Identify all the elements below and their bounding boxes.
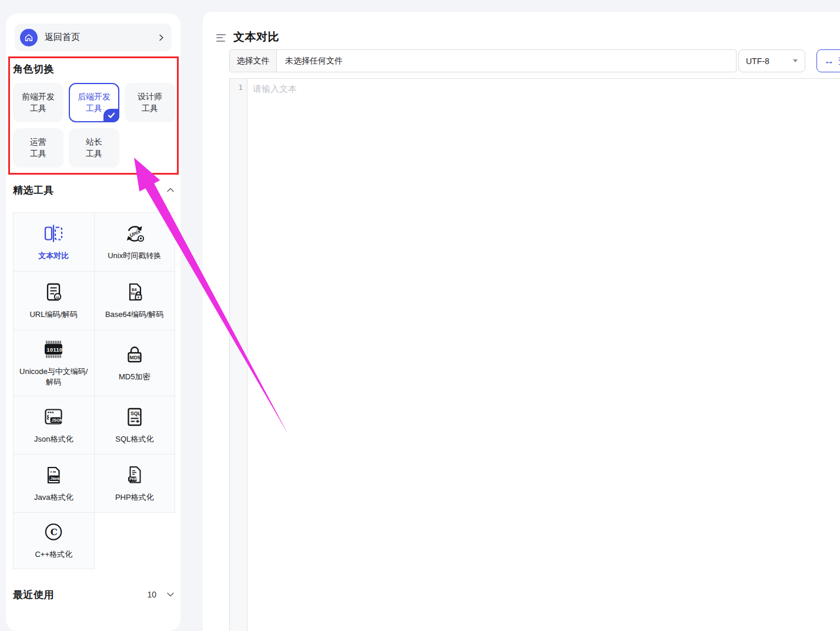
java-format-icon: Java	[43, 465, 63, 486]
recent-section-header: 最近使用 10	[13, 587, 176, 602]
svg-text:MD5: MD5	[129, 355, 140, 361]
md5-lock-icon: MD5	[125, 344, 145, 365]
tool-cell-5[interactable]: MD5MD5加密	[95, 330, 176, 396]
tool-label: Unicode与中文编码/解码	[18, 366, 89, 387]
role-label-line1: 站长	[86, 136, 102, 148]
tool-label: URL编码/解码	[29, 309, 78, 320]
chevron-down-icon[interactable]	[166, 590, 175, 599]
editor-placeholder: 请输入文本	[253, 84, 297, 94]
file-input[interactable]: 选择文件 未选择任何文件	[229, 49, 737, 72]
main-panel: 文本对比 选择文件 未选择任何文件 UTF-8 ↔ 交 1 请输入文本	[203, 12, 840, 631]
json-format-icon: JSON	[43, 406, 64, 428]
tool-cell-8[interactable]: JavaJava格式化	[14, 455, 95, 513]
featured-count: 1	[152, 185, 156, 195]
page-title: 文本对比	[233, 29, 279, 45]
role-label-line2: 工具	[142, 103, 158, 115]
featured-tools-grid: 文本对比UnixUnix时间戳转换uURL编码/解码64BaseBase64编码…	[13, 212, 175, 569]
text-editor[interactable]: 1 请输入文本	[229, 78, 840, 631]
role-label-line2: 工具	[30, 148, 46, 160]
choose-file-button[interactable]: 选择文件	[230, 50, 277, 72]
role-label-line1: 后端开发	[78, 91, 111, 103]
chevron-up-icon[interactable]	[166, 186, 175, 194]
tool-cell-3[interactable]: 64BaseBase64编码/解码	[95, 272, 176, 330]
role-button-2[interactable]: 设计师工具	[125, 83, 175, 122]
collapse-sidebar-icon[interactable]	[216, 33, 226, 42]
tool-label: C++格式化	[35, 549, 72, 560]
encoding-value: UTF-8	[746, 56, 769, 66]
role-label-line2: 工具	[86, 148, 102, 160]
tool-cell-2[interactable]: uURL编码/解码	[14, 272, 95, 330]
featured-section-title: 精选工具	[13, 183, 54, 197]
sql-format-icon: SQL	[125, 406, 145, 428]
tool-cell-10[interactable]: CC++格式化	[14, 513, 95, 569]
featured-section-header: 精选工具 1	[13, 183, 176, 197]
tool-label: SQL格式化	[115, 434, 153, 445]
tool-cell-9[interactable]: PHPPHP格式化	[95, 455, 176, 513]
tool-cell-0[interactable]: 文本对比	[14, 213, 95, 272]
recent-section-title: 最近使用	[13, 588, 54, 602]
role-label-line2: 工具	[30, 103, 46, 115]
tool-label: Json格式化	[34, 434, 73, 445]
svg-text:SQL: SQL	[130, 410, 140, 416]
checkmark-badge-icon	[103, 109, 119, 122]
tool-label: Unix时间戳转换	[108, 251, 161, 261]
swap-button[interactable]: ↔ 交	[816, 49, 840, 72]
role-button-3[interactable]: 运营工具	[13, 128, 63, 168]
role-label-line2: 工具	[86, 103, 102, 115]
svg-text:PHP: PHP	[129, 477, 138, 481]
role-label-line1: 运营	[30, 136, 46, 148]
role-grid: 前端开发工具后端开发工具设计师工具运营工具站长工具	[13, 83, 175, 168]
tool-cell-4[interactable]: 101101Unicode与中文编码/解码	[14, 330, 95, 396]
tool-label: Base64编码/解码	[105, 309, 164, 320]
svg-text:JSON: JSON	[52, 418, 63, 422]
editor-gutter: 1	[230, 79, 247, 631]
tool-cell-7[interactable]: SQLSQL格式化	[95, 396, 176, 455]
tool-cell-1[interactable]: UnixUnix时间戳转换	[95, 213, 176, 272]
role-section-title: 角色切换	[13, 62, 54, 76]
svg-text:Java: Java	[51, 476, 60, 480]
tool-label: PHP格式化	[115, 492, 154, 503]
line-number: 1	[230, 83, 247, 92]
swap-arrows-icon: ↔	[824, 56, 834, 66]
role-section-header: 角色切换	[13, 62, 176, 76]
home-icon	[20, 29, 38, 46]
editor-input[interactable]: 请输入文本	[247, 79, 840, 631]
recent-count: 10	[147, 590, 156, 599]
role-label-line1: 设计师	[138, 91, 162, 103]
base64-icon: 64Base	[125, 282, 145, 303]
back-home-label: 返回首页	[45, 32, 80, 43]
role-button-1[interactable]: 后端开发工具	[69, 83, 119, 122]
svg-text:64: 64	[132, 287, 137, 292]
unix-timestamp-icon: Unix	[124, 223, 145, 244]
compare-icon	[43, 223, 63, 244]
unicode-chip-icon: 101101	[42, 339, 65, 360]
svg-text:101101: 101101	[47, 347, 65, 353]
tool-label: 文本对比	[38, 251, 69, 261]
tool-cell-empty	[95, 513, 176, 569]
svg-text:u: u	[56, 295, 59, 300]
main-header: 文本对比	[216, 29, 279, 45]
php-format-icon: PHP	[125, 465, 145, 486]
sidebar: 返回首页 角色切换 前端开发工具后端开发工具设计师工具运营工具站长工具 精选工具…	[6, 14, 180, 631]
caret-down-icon	[793, 59, 798, 62]
cpp-format-icon: C	[43, 522, 63, 543]
file-name-text: 未选择任何文件	[277, 50, 343, 72]
role-button-0[interactable]: 前端开发工具	[13, 83, 63, 122]
back-home-button[interactable]: 返回首页	[15, 24, 172, 51]
chevron-right-icon	[156, 33, 166, 42]
tool-cell-6[interactable]: JSONJson格式化	[14, 396, 95, 455]
encoding-select[interactable]: UTF-8	[738, 49, 805, 72]
tool-label: Java格式化	[34, 492, 73, 503]
tool-label: MD5加密	[119, 372, 150, 382]
role-label-line1: 前端开发	[22, 91, 55, 103]
svg-text:C: C	[51, 527, 58, 537]
url-encode-icon: u	[43, 282, 63, 303]
role-button-4[interactable]: 站长工具	[69, 128, 119, 168]
